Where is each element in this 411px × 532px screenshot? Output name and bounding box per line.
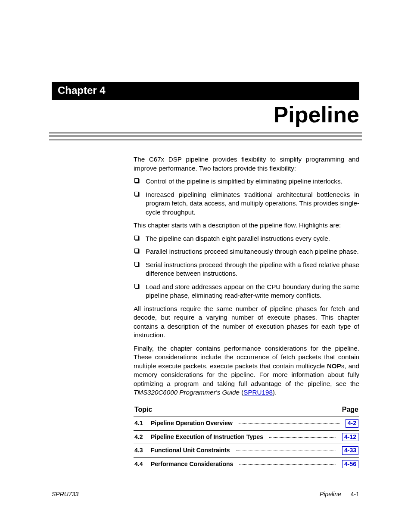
- performance-paragraph: Finally, the chapter contains performanc…: [134, 344, 359, 397]
- toc-leader-dots: [236, 451, 336, 451]
- toc-title: Functional Unit Constraints: [151, 446, 230, 454]
- toc-page-link[interactable]: 4-12: [342, 433, 358, 442]
- toc-title: Pipeline Execution of Instruction Types: [151, 433, 263, 441]
- title-rule: [49, 132, 362, 140]
- body-content: The C67x DSP pipeline provides flexibili…: [134, 155, 359, 471]
- toc-title: Pipeline Operation Overview: [151, 419, 233, 427]
- toc-row: 4.2 Pipeline Execution of Instruction Ty…: [134, 431, 359, 445]
- intro-paragraph: The C67x DSP pipeline provides flexibili…: [134, 155, 359, 173]
- list-item: The pipeline can dispatch eight parallel…: [134, 234, 359, 243]
- chapter-label: Chapter 4: [52, 82, 359, 100]
- nop-keyword: NOP: [327, 362, 341, 370]
- highlights-intro: This chapter starts with a description o…: [134, 221, 359, 230]
- chapter-title: Pipeline: [52, 102, 359, 128]
- text: (: [240, 389, 243, 396]
- text: Finally, the chapter contains performanc…: [134, 345, 359, 370]
- toc-page-link[interactable]: 4-56: [342, 460, 358, 469]
- list-item: Load and store addresses appear on the C…: [134, 283, 359, 300]
- toc-page-label: Page: [342, 405, 358, 414]
- highlights-list: The pipeline can dispatch eight parallel…: [134, 234, 359, 300]
- toc-page-link[interactable]: 4-33: [342, 446, 358, 455]
- toc-number: 4.2: [134, 433, 146, 441]
- list-item: Control of the pipeline is simplified by…: [134, 177, 359, 186]
- toc-title: Performance Considerations: [151, 460, 233, 468]
- toc-leader-dots: [239, 464, 336, 465]
- toc-number: 4.4: [134, 460, 146, 468]
- toc-number: 4.3: [134, 446, 146, 454]
- list-item: Increased pipelining eliminates traditio…: [134, 190, 359, 217]
- toc-leader-dots: [239, 423, 339, 424]
- list-item: Parallel instructions proceed simultaneo…: [134, 247, 359, 256]
- list-item: Serial instructions proceed through the …: [134, 261, 359, 278]
- page-footer: SPRU733 Pipeline4-1: [52, 491, 359, 498]
- toc-row: 4.1 Pipeline Operation Overview 4-2: [134, 417, 359, 431]
- toc-leader-dots: [269, 437, 336, 438]
- text: ).: [273, 389, 277, 396]
- toc-topic-label: Topic: [134, 405, 152, 414]
- toc-header: Topic Page: [134, 405, 359, 414]
- footer-section: Pipeline: [320, 491, 341, 498]
- guide-title: TMS320C6000 Programmer's Guide: [134, 389, 240, 396]
- toc-row: 4.3 Functional Unit Constraints 4-33: [134, 444, 359, 458]
- spru198-link[interactable]: SPRU198: [243, 389, 273, 396]
- toc-number: 4.1: [134, 419, 146, 427]
- toc-page-link[interactable]: 4-2: [346, 419, 358, 428]
- footer-doc-id: SPRU733: [52, 491, 78, 498]
- flexibility-list: Control of the pipeline is simplified by…: [134, 177, 359, 217]
- toc-row: 4.4 Performance Considerations 4-56: [134, 458, 359, 472]
- phases-paragraph: All instructions require the same number…: [134, 305, 359, 340]
- footer-page-number: 4-1: [351, 491, 359, 498]
